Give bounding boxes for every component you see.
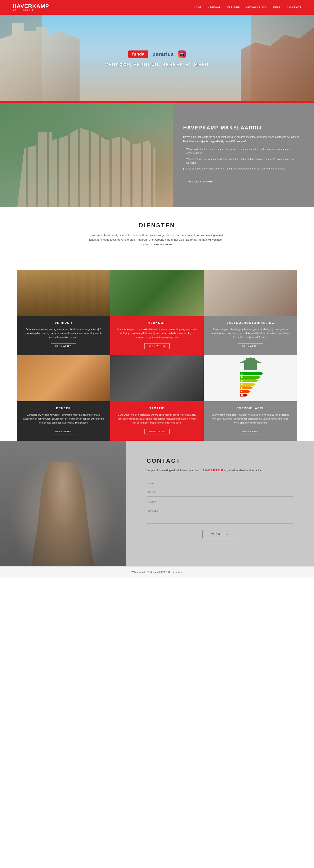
svg-rect-2 (240, 372, 261, 375)
main-nav: HOME VERKOOP VERHUUR ONTWIKKELING MEER C… (194, 6, 302, 9)
about-bullet-1: Wij gaan doelgericht en met aandacht te … (183, 147, 304, 155)
nav-verhuur[interactable]: VERHUUR (227, 6, 240, 8)
svg-marker-1 (240, 357, 261, 363)
hero-red-bar (0, 101, 314, 103)
hero-logos: funda pararius 📷 (128, 51, 186, 58)
nav-ontwikkeling[interactable]: ONTWIKKELING (246, 6, 267, 8)
contact-person (0, 441, 126, 566)
svg-marker-19 (249, 390, 251, 393)
contact-section: CONTACT Vragen of opmerkingen? Wij horen… (0, 441, 314, 566)
svg-marker-16 (251, 386, 253, 390)
contact-image (0, 441, 126, 566)
svg-text:G: G (241, 394, 243, 396)
service-desc-beheer: Zorgeloos uw woning verhuren? Haverkamp … (23, 413, 104, 425)
svg-text:C: C (241, 380, 243, 382)
service-body-energie: ENERGIELABEL Een verplicht energielabel … (204, 401, 297, 441)
logo-subtitle: MAKELAARDIJ (12, 9, 49, 11)
service-title-beheer: BEHEER (56, 407, 71, 410)
service-body-verkoop: VERKOOP Ondanks krappe op de markt, is h… (110, 316, 204, 355)
service-title-taxatie: TAXATIE (150, 407, 164, 410)
energy-label-svg: A B C D E F G (234, 357, 267, 399)
contact-title: CONTACT (147, 458, 293, 464)
diensten-section: DIENSTEN Haverkamp Makelaardij is van al… (0, 207, 314, 270)
svg-marker-4 (261, 372, 263, 375)
versturen-button[interactable]: Versturen (202, 530, 237, 538)
service-cta-energie[interactable]: Meer weten (238, 429, 263, 434)
funda-logo[interactable]: funda (128, 51, 148, 58)
service-body-beheer: BEHEER Zorgeloos uw woning verhuren? Hav… (17, 401, 110, 441)
naam-field[interactable] (147, 479, 293, 488)
service-image-taxatie (110, 355, 204, 401)
service-card-vastgoed: VASTGOEDONTWIKKELING Onroerend goed als … (204, 270, 297, 355)
service-body-verhuur: VERHUUR Denkt u erover om uw woning te v… (17, 316, 110, 355)
nav-verkoop[interactable]: VERKOOP (208, 6, 221, 8)
service-desc-taxatie: U wilt weten wat een bestaande woning of… (117, 413, 198, 425)
service-title-vastgoed: VASTGOEDONTWIKKELING (227, 321, 274, 324)
header: HAVERKAMP MAKELAARDIJ HOME VERKOOP VERHU… (0, 0, 314, 15)
about-image (0, 103, 173, 207)
service-cta-verkoop[interactable]: Meer weten (145, 343, 169, 349)
about-bullets: Wij gaan doelgericht en met aandacht te … (183, 147, 304, 173)
service-image-energie: A B C D E F G (204, 355, 297, 401)
service-body-vastgoed: VASTGOEDONTWIKKELING Onroerend goed als … (204, 316, 297, 355)
service-card-beheer: BEHEER Zorgeloos uw woning verhuren? Hav… (17, 355, 110, 441)
service-title-energie: ENERGIELABEL (237, 407, 264, 410)
service-desc-verkoop: Ondanks krappe op de markt, is het verko… (117, 328, 198, 339)
telefoon-field[interactable] (147, 498, 293, 506)
nav-contact[interactable]: CONTACT (287, 6, 302, 9)
hero-building-left (0, 23, 80, 103)
svg-text:F: F (241, 391, 243, 393)
service-title-verhuur: VERHUUR (55, 321, 72, 324)
service-title-verkoop: VERKOOP (148, 321, 166, 324)
email-field[interactable] (147, 489, 293, 497)
service-desc-energie: Een verplicht energielabel laat zien hoe… (210, 413, 291, 425)
logo-name: HAVERKAMP (12, 3, 49, 9)
contact-form: Versturen (147, 479, 293, 538)
service-card-energielabel: A B C D E F G (204, 355, 297, 441)
service-image-beheer (17, 355, 110, 401)
svg-text:D: D (241, 383, 243, 385)
diensten-title: DIENSTEN (17, 222, 297, 229)
service-image-verhuur (17, 270, 110, 316)
contact-form-area: CONTACT Vragen of opmerkingen? Wij horen… (126, 441, 314, 566)
pararius-logo[interactable]: pararius (152, 51, 174, 57)
footer-address: Willem van der Valdenweg 28 2451 BB Leim… (131, 571, 183, 573)
contact-phone: 06 2485 8139 (208, 469, 223, 472)
hero-tagline: VERKOOP, VERHUUR, BEHEER EN MEER (105, 62, 209, 67)
service-cta-vastgoed[interactable]: Meer weten (238, 343, 263, 349)
svg-marker-7 (258, 376, 261, 379)
nav-meer[interactable]: MEER (273, 6, 281, 8)
footer: Willem van der Valdenweg 28 2451 BB Leim… (0, 566, 314, 578)
about-image-inner (0, 103, 173, 207)
service-body-taxatie: TAXATIE U wilt weten wat een bestaande w… (110, 401, 204, 441)
service-image-verkoop (110, 270, 204, 316)
service-desc-vastgoed: Onroerend goed als belegging kan een goe… (210, 328, 291, 339)
service-desc-verhuur: Denkt u erover om uw woning te verhuren,… (23, 328, 104, 339)
nav-home[interactable]: HOME (194, 6, 201, 8)
svg-marker-22 (246, 394, 248, 397)
afspraak-button[interactable]: Maak een afspraak (183, 178, 221, 185)
svg-text:B: B (241, 376, 243, 378)
about-bullet-3: Wij zijn een kleinschalig kantoor met ee… (183, 167, 304, 170)
about-section: HAVERKAMP MAKELAARDIJ Haverkamp Makelaar… (0, 103, 314, 207)
svg-marker-13 (253, 383, 256, 386)
service-cta-verhuur[interactable]: Meer weten (51, 343, 76, 349)
service-grid-row1: VERHUUR Denkt u erover om uw woning te v… (0, 270, 314, 355)
svg-text:A: A (241, 373, 243, 375)
about-content: HAVERKAMP MAKELAARDIJ Haverkamp Makelaar… (173, 103, 314, 207)
hero-section: funda pararius 📷 VERKOOP, VERHUUR, BEHEE… (0, 15, 314, 103)
service-card-verkoop: VERKOOP Ondanks krappe op de markt, is h… (110, 270, 204, 355)
about-bullet-2: Wij zijn 7 dagen per week beschikbaar, a… (183, 157, 304, 165)
service-image-vastgoed (204, 270, 297, 316)
service-card-taxatie: TAXATIE U wilt weten wat een bestaande w… (110, 355, 204, 441)
service-card-verhuur: VERHUUR Denkt u erover om uw woning te v… (17, 270, 110, 355)
logo[interactable]: HAVERKAMP MAKELAARDIJ (12, 3, 49, 11)
service-cta-beheer[interactable]: Meer weten (51, 429, 76, 434)
svg-rect-5 (240, 376, 258, 379)
service-cta-taxatie[interactable]: Meer weten (145, 429, 169, 434)
instagram-icon[interactable]: 📷 (178, 51, 186, 58)
contact-intro: Vragen of opmerkingen? Wij horen graag v… (147, 468, 293, 473)
svg-marker-10 (256, 379, 258, 382)
svg-text:E: E (241, 387, 243, 389)
bericht-field[interactable] (147, 507, 293, 524)
